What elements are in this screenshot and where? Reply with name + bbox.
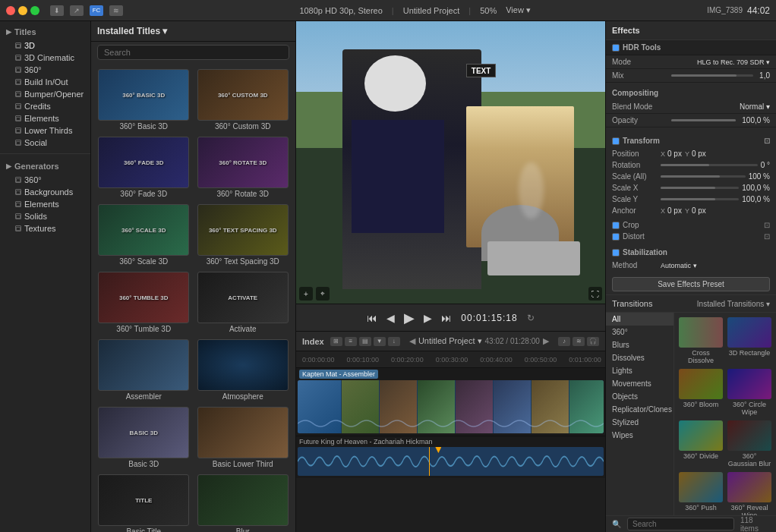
timeline-nav-right[interactable]: ▶ xyxy=(543,336,549,346)
title-item-360-tumble[interactable]: 360° TUMBLE 3D 360° Tumble 3D xyxy=(97,272,191,333)
timeline-more-btn[interactable]: ▼ xyxy=(374,337,386,346)
sidebar-item-solids[interactable]: □ Solids xyxy=(0,210,90,222)
share-icon[interactable]: ↗ xyxy=(70,5,84,16)
timeline-waveform-btn[interactable]: ≋ xyxy=(573,337,585,346)
step-back-button[interactable]: ◀ xyxy=(386,312,395,324)
sidebar-item-360[interactable]: □ 360° xyxy=(0,64,90,76)
rotation-slider[interactable] xyxy=(661,164,758,166)
timeline-audio-btn[interactable]: ♪ xyxy=(558,337,570,346)
installed-transitions-label[interactable]: Installed Transitions ▾ xyxy=(697,300,770,308)
trans-cat-lights[interactable]: Lights xyxy=(606,364,673,377)
import-icon[interactable]: ⬇ xyxy=(50,5,64,16)
save-effects-preset-button[interactable]: Save Effects Preset xyxy=(612,277,770,291)
stabilization-checkbox[interactable] xyxy=(612,249,620,257)
sidebar-item-build[interactable]: □ Build In/Out xyxy=(0,76,90,88)
minimize-button[interactable] xyxy=(18,6,27,15)
waveform-icon[interactable]: ≋ xyxy=(109,5,123,16)
scale-x-slider[interactable] xyxy=(661,187,739,189)
timeline-clip-btn[interactable]: ▤ xyxy=(359,337,371,346)
transitions-search-input[interactable] xyxy=(627,518,734,530)
play-button[interactable]: ▶ xyxy=(404,310,415,326)
video-clip-strip[interactable] xyxy=(298,380,604,433)
scale-all-slider[interactable] xyxy=(661,175,746,178)
title-item-assembler[interactable]: Assembler xyxy=(97,339,191,401)
view-button[interactable]: View ▾ xyxy=(506,5,531,15)
title-item-activate[interactable]: ACTIVATE Activate xyxy=(197,272,290,333)
trans-cat-all[interactable]: All xyxy=(606,313,673,326)
mix-slider[interactable] xyxy=(671,74,753,77)
sidebar-item-credits[interactable]: □ Credits xyxy=(0,100,90,112)
trans-item-360-circle-wipe[interactable]: 360° Circle Wipe xyxy=(727,369,771,416)
title-item-360-fade-3d[interactable]: 360° FADE 3D 360° Fade 3D xyxy=(97,137,191,198)
title-item-360-basic-3d[interactable]: 360° BASIC 3D 360° Basic 3D xyxy=(97,69,191,131)
timeline-headphone-btn[interactable]: 🎧 xyxy=(587,337,599,346)
timeline-list-btn[interactable]: ≡ xyxy=(345,337,357,346)
distort-checkbox[interactable] xyxy=(612,233,620,241)
trans-cat-movements[interactable]: Movements xyxy=(606,377,673,390)
crop-checkbox[interactable] xyxy=(612,222,620,229)
loop-icon[interactable]: ↻ xyxy=(527,313,535,323)
fullscreen-button[interactable] xyxy=(30,6,39,15)
separator1: | xyxy=(392,6,394,15)
title-item-blur[interactable]: Blur xyxy=(197,474,290,532)
sidebar-item-backgrounds[interactable]: □ Backgrounds xyxy=(0,186,90,198)
transform-expand-icon[interactable]: ⊡ xyxy=(764,137,770,145)
trans-cat-wipes[interactable]: Wipes xyxy=(606,429,673,442)
trans-item-360-divide[interactable]: 360° Divide xyxy=(679,420,723,467)
title-item-atmosphere[interactable]: Atmosphere xyxy=(197,339,290,401)
trans-cat-360[interactable]: 360° xyxy=(606,326,673,338)
sidebar-item-bumper[interactable]: □ Bumper/Opener xyxy=(0,88,90,100)
bumper-icon: □ xyxy=(15,91,21,97)
trans-item-cross-dissolve[interactable]: Cross Dissolve xyxy=(679,317,723,364)
title-item-basic-title[interactable]: TITLE Basic Title xyxy=(97,474,191,532)
sidebar-item-gen-360[interactable]: □ 360° xyxy=(0,174,90,186)
timeline-select-btn[interactable]: ↓ xyxy=(388,337,400,346)
transitions-panel-header: Transitions Installed Transitions ▾ xyxy=(606,295,776,313)
trans-cat-objects[interactable]: Objects xyxy=(606,390,673,403)
title-item-360-custom-3d[interactable]: 360° CUSTOM 3D 360° Custom 3D xyxy=(197,69,290,131)
hdr-checkbox[interactable] xyxy=(612,44,620,52)
title-item-basic-lower-third[interactable]: Basic Lower Third xyxy=(197,407,290,468)
trans-item-360-gaussian-blur[interactable]: 360° Gaussian Blur xyxy=(727,420,771,467)
sidebar-item-textures[interactable]: □ Textures xyxy=(0,222,90,235)
3d-cinematic-icon: □ xyxy=(15,55,21,61)
title-item-360-rotate-3d[interactable]: 360° ROTATE 3D 360° Rotate 3D xyxy=(197,137,290,198)
title-item-360-scale-3d[interactable]: 360° SCALE 3D 360° Scale 3D xyxy=(97,204,191,266)
trans-cat-stylized[interactable]: Stylized xyxy=(606,416,673,429)
close-button[interactable] xyxy=(6,6,15,15)
sidebar-item-gen-elements[interactable]: □ Elements xyxy=(0,198,90,210)
trans-cat-blurs[interactable]: Blurs xyxy=(606,338,673,351)
search-input[interactable] xyxy=(97,45,289,60)
trans-item-360-push[interactable]: 360° Push xyxy=(679,472,723,515)
timeline-nav-left[interactable]: ◀ xyxy=(409,336,415,346)
sidebar-item-3d[interactable]: □ 3D xyxy=(0,39,90,52)
sidebar-item-lower-thirds[interactable]: □ Lower Thirds xyxy=(0,124,90,137)
add-marker-icon[interactable]: + xyxy=(299,287,313,301)
sidebar-item-3d-cinematic[interactable]: □ 3D Cinematic xyxy=(0,52,90,64)
trans-item-360-reveal-wipe[interactable]: 360° Reveal Wipe xyxy=(727,472,771,515)
skip-backward-button[interactable]: ⏮ xyxy=(367,312,377,324)
project-name-timeline[interactable]: Untitled Project ▾ xyxy=(418,336,482,346)
zoom-tool-icon[interactable]: ⌖ xyxy=(316,287,330,301)
fullscreen-video-icon[interactable]: ⛶ xyxy=(588,287,602,301)
trans-item-3d-rectangle[interactable]: 3D Rectangle xyxy=(727,317,771,364)
trans-item-360-bloom[interactable]: 360° Bloom xyxy=(679,369,723,416)
opacity-slider[interactable] xyxy=(671,119,736,121)
title-item-basic-3d[interactable]: BASIC 3D Basic 3D xyxy=(97,407,191,468)
index-label[interactable]: Index xyxy=(302,337,324,346)
timeline-area: Index ⊞ ≡ ▤ ▼ ↓ ◀ Untitled Project ▾ 43:… xyxy=(296,331,605,532)
scale-y-slider[interactable] xyxy=(661,198,739,200)
video-track: Kapten Mat - Assembler xyxy=(296,368,605,436)
skip-forward-button[interactable]: ⏭ xyxy=(441,312,452,324)
trans-cat-dissolves[interactable]: Dissolves xyxy=(606,351,673,364)
distort-expand-icon[interactable]: ⊡ xyxy=(764,232,770,241)
step-forward-button[interactable]: ▶ xyxy=(424,312,432,324)
transform-checkbox[interactable] xyxy=(612,137,620,145)
timeline-view-btn[interactable]: ⊞ xyxy=(330,337,342,346)
sidebar-item-elements[interactable]: □ Elements xyxy=(0,112,90,124)
trans-cat-replicator[interactable]: Replicator/Clones xyxy=(606,403,673,416)
sidebar-item-social[interactable]: □ Social xyxy=(0,137,90,149)
crop-expand-icon[interactable]: ⊡ xyxy=(764,221,770,229)
title-item-360-text-spacing[interactable]: 360° TEXT SPACING 3D 360° Text Spacing 3… xyxy=(197,204,290,266)
project-name-display: Untitled Project xyxy=(403,6,460,15)
